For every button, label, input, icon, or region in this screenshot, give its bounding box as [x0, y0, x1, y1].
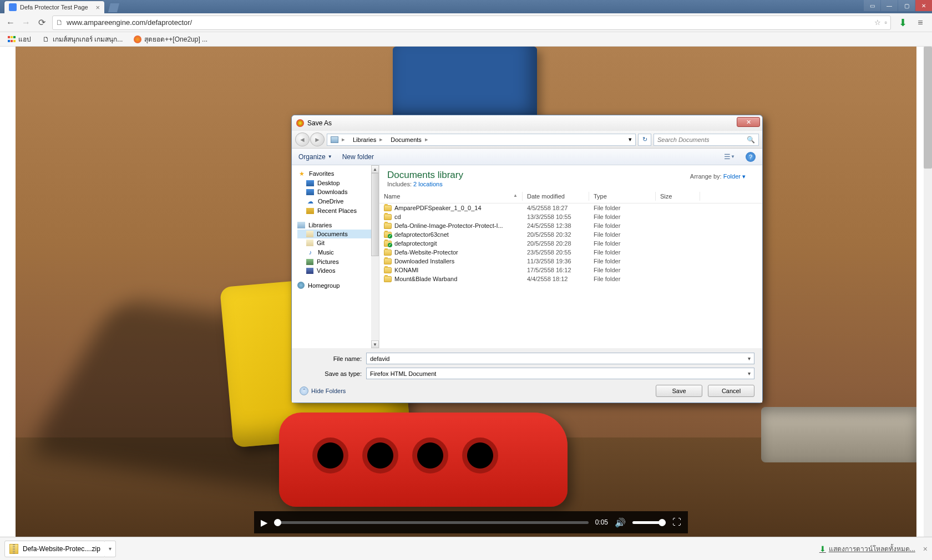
address-field[interactable] [67, 18, 871, 27]
sidebar-item-onedrive[interactable]: ☁OneDrive [297, 196, 379, 206]
bookmark-item[interactable]: 🗋 เกมส์สนุกเกอร์ เกมสนุก... [39, 32, 126, 46]
table-row[interactable]: KONAMI17/5/2558 16:12File folder [379, 266, 762, 274]
folder-icon [384, 232, 392, 238]
view-mode-button[interactable]: ☰ ▼ [723, 151, 736, 162]
fullscreen-button[interactable]: ⛶ [672, 517, 681, 527]
file-date: 24/5/2558 12:38 [523, 222, 589, 230]
sidebar-item-videos[interactable]: Videos [297, 266, 379, 275]
folder-icon [384, 223, 392, 229]
sidebar-item-recent[interactable]: Recent Places [297, 206, 379, 215]
search-input[interactable] [657, 136, 744, 143]
tab-close-icon[interactable]: × [95, 3, 100, 12]
download-item[interactable]: Defa-Website-Protec....zip [4, 541, 105, 557]
cancel-button[interactable]: Cancel [708, 385, 754, 397]
seek-slider[interactable] [274, 521, 589, 524]
window-maximize-button[interactable]: ▢ [898, 0, 915, 11]
sidebar-item-git[interactable]: Git [297, 238, 379, 247]
play-button[interactable]: ▶ [261, 517, 267, 528]
sidebar-scrollbar[interactable]: ▲▼ [371, 165, 379, 348]
menu-icon[interactable]: ≡ [914, 17, 926, 29]
file-content: Documents library Includes: 2 locations … [379, 165, 762, 348]
forward-button[interactable]: → [21, 18, 31, 28]
dialog-nav: ◄ ► ▸ Libraries▸ Documents▸ ▾ ↻ 🔍 [292, 131, 762, 149]
bookmark-label: แอป [18, 34, 31, 44]
sidebar-item-documents[interactable]: Documents [297, 230, 379, 238]
column-type[interactable]: Type [589, 192, 656, 201]
bookmark-label: เกมส์สนุกเกอร์ เกมสนุก... [53, 34, 123, 44]
back-button[interactable]: ← [6, 18, 16, 28]
save-as-dialog: Save As ✕ ◄ ► ▸ Libraries▸ Documents▸ ▾ … [291, 115, 763, 403]
dialog-title: Save As [307, 119, 332, 127]
window-minimize-button[interactable]: — [881, 0, 898, 11]
table-row[interactable]: Mount&Blade Warband4/4/2558 18:12File fo… [379, 274, 762, 283]
search-icon[interactable]: 🔍 [747, 136, 755, 144]
table-row[interactable]: defaprotectorgit20/5/2558 20:28File fold… [379, 239, 762, 248]
table-row[interactable]: defaprotector63cnet20/5/2558 20:32File f… [379, 230, 762, 239]
sidebar-item-pictures[interactable]: Pictures [297, 257, 379, 266]
help-button[interactable]: ? [746, 152, 756, 162]
new-tab-button[interactable] [108, 3, 119, 12]
file-size [656, 213, 700, 221]
new-folder-button[interactable]: New folder [342, 153, 374, 161]
file-type: File folder [589, 222, 656, 230]
breadcrumb-dropdown[interactable]: ▾ [625, 134, 635, 145]
breadcrumb-root[interactable]: ▸ [327, 134, 350, 145]
locations-link[interactable]: 2 locations [413, 181, 443, 187]
bookmark-label: สุดยอด++[One2up] ... [144, 34, 207, 44]
download-bar-close-icon[interactable]: × [923, 544, 928, 553]
breadcrumb-segment[interactable]: Documents▸ [387, 134, 433, 145]
breadcrumb-segment[interactable]: Libraries▸ [350, 134, 387, 145]
table-row[interactable]: Defa-Website-Protector23/5/2558 20:55Fil… [379, 248, 762, 257]
window-close-button[interactable]: ✕ [915, 0, 932, 11]
star-icon[interactable]: ☆ [874, 18, 881, 27]
refresh-button[interactable]: ↻ [638, 134, 651, 146]
sidebar-libraries-header[interactable]: Libraries [297, 221, 379, 230]
breadcrumb[interactable]: ▸ Libraries▸ Documents▸ ▾ [327, 134, 636, 146]
file-name-text: KONAMI [394, 267, 418, 273]
apps-bookmark[interactable]: แอป [4, 32, 34, 46]
sidebar-item-music[interactable]: ♪Music [297, 247, 379, 257]
nav-forward-button[interactable]: ► [310, 133, 325, 146]
show-all-downloads-link[interactable]: ⬇ แสดงการดาวน์โหลดทั้งหมด... [819, 543, 915, 554]
hide-folders-button[interactable]: ˄ Hide Folders [300, 386, 346, 395]
sidebar-item-desktop[interactable]: Desktop [297, 179, 379, 187]
table-row[interactable]: Defa-Online-Image-Protector-Protect-I...… [379, 221, 762, 230]
organize-button[interactable]: Organize ▼ [298, 153, 332, 161]
table-row[interactable]: cd13/3/2558 10:55File folder [379, 212, 762, 221]
sidebar-item-downloads[interactable]: Downloads [297, 187, 379, 196]
filename-input[interactable]: defavid [366, 353, 754, 364]
address-field-wrap[interactable]: 🗋 ☆ ▫ [52, 16, 891, 30]
filetype-dropdown[interactable]: Firefox HTML Document [366, 368, 754, 379]
device-icon[interactable]: ▫ [884, 18, 887, 27]
save-button[interactable]: Save [656, 385, 702, 397]
download-ext-icon[interactable]: ⬇ [896, 17, 909, 29]
dialog-titlebar[interactable]: Save As ✕ [292, 115, 762, 131]
file-date: 23/5/2558 20:55 [523, 248, 589, 256]
column-name[interactable]: Name ▲ [379, 192, 523, 201]
file-name-text: Downloaded Installers [394, 258, 454, 264]
mute-button[interactable]: 🔊 [615, 517, 626, 528]
table-row[interactable]: Downloaded Installers11/3/2558 19:36File… [379, 257, 762, 266]
download-item-menu[interactable]: ▾ [105, 541, 116, 557]
file-size [656, 248, 700, 256]
column-size[interactable]: Size [656, 192, 700, 201]
page-scrollbar[interactable] [924, 47, 932, 537]
volume-slider[interactable] [632, 521, 666, 524]
page-icon: 🗋 [42, 35, 50, 43]
browser-tab[interactable]: Defa Protector Test Page × [4, 1, 104, 13]
table-row[interactable]: AmparePDFSpeaker_1_0_0_144/5/2558 18:27F… [379, 203, 762, 212]
window-user-icon[interactable]: ▭ [864, 0, 880, 11]
sidebar-homegroup-header[interactable]: Homegroup [297, 281, 379, 290]
sidebar-favorites-header[interactable]: ★Favorites [297, 169, 379, 179]
nav-back-button[interactable]: ◄ [295, 133, 310, 146]
file-size [656, 204, 700, 212]
file-name-text: Defa-Website-Protector [394, 249, 458, 256]
bookmark-item[interactable]: สุดยอด++[One2up] ... [130, 32, 211, 46]
file-date: 11/3/2558 19:36 [523, 257, 589, 265]
search-box[interactable]: 🔍 [654, 134, 759, 146]
dialog-close-button[interactable]: ✕ [737, 117, 760, 127]
file-size [656, 275, 700, 283]
column-date[interactable]: Date modified [523, 192, 589, 201]
reload-button[interactable]: ⟳ [37, 18, 47, 28]
arrange-dropdown[interactable]: Folder ▾ [723, 173, 746, 180]
